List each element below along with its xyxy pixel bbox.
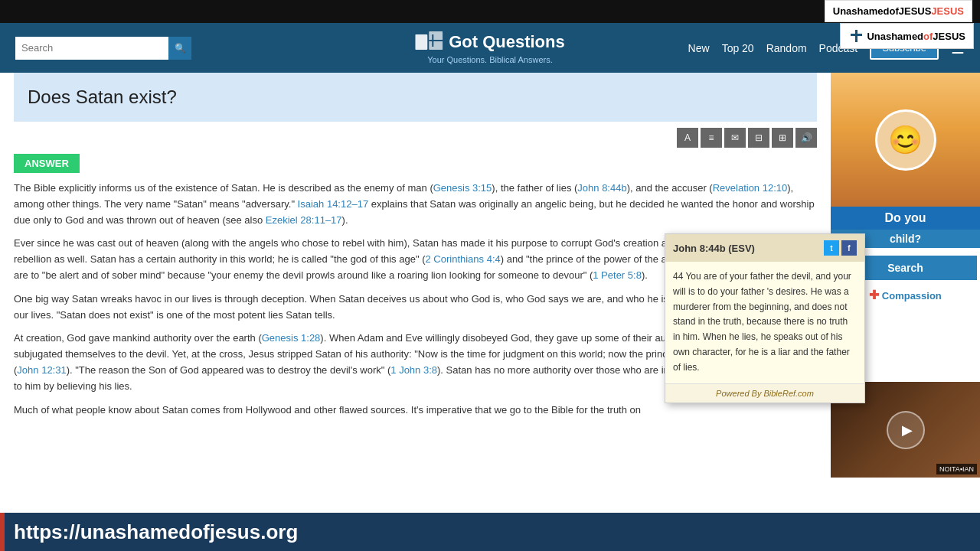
- bible-verse-popup: John 8:44b (ESV) t f 44 You are of your …: [665, 233, 865, 403]
- link-ezekiel2811[interactable]: Ezekiel 28:11–17: [266, 214, 342, 226]
- do-you-label: Do you: [884, 211, 926, 224]
- child-label: child?: [890, 233, 921, 245]
- popup-facebook-button[interactable]: f: [841, 240, 857, 256]
- toolbar-print-btn[interactable]: ⊟: [748, 128, 769, 148]
- logo-icon: [415, 31, 443, 53]
- video-play-button[interactable]: ▶: [887, 411, 925, 449]
- toolbar-grid-btn[interactable]: ⊞: [772, 128, 793, 148]
- toolbar-list-btn[interactable]: ≡: [701, 128, 722, 148]
- link-2cor44[interactable]: 2 Corinthians 4:4: [425, 253, 500, 265]
- svg-rect-0: [415, 34, 427, 50]
- toolbar: A ≡ ✉ ⊟ ⊞ 🔊: [14, 128, 817, 148]
- paragraph-5: Much of what people know about Satan com…: [14, 403, 817, 419]
- toolbar-audio-btn[interactable]: 🔊: [795, 128, 817, 148]
- popup-footer: Powered By BibleRef.com: [665, 383, 864, 403]
- logo-main-text: Got Questions: [449, 32, 565, 51]
- popup-social-buttons: t f: [824, 240, 857, 256]
- unashamed-cross-icon: [848, 28, 864, 44]
- link-rev1210[interactable]: Revelation 12:10: [713, 182, 788, 194]
- paragraph-1: The Bible explicitly informs us of the e…: [14, 181, 817, 228]
- link-gen128[interactable]: Genesis 1:28: [262, 332, 321, 344]
- unashamed-logo-text: UnashamedofJESUS: [833, 5, 932, 17]
- sidebar-do-you: Do you: [831, 207, 980, 230]
- popup-header: John 8:44b (ESV) t f: [665, 234, 864, 262]
- nav-top20[interactable]: Top 20: [722, 42, 754, 54]
- header: UnashamedofJESUSJESUS 🔍 Got Questions Yo…: [0, 23, 980, 73]
- toolbar-font-btn[interactable]: A: [677, 128, 698, 148]
- search-input[interactable]: [15, 37, 168, 60]
- logo-sub-text: Your Questions. Biblical Answers.: [427, 55, 552, 64]
- search-button[interactable]: 🔍: [168, 37, 191, 60]
- svg-rect-3: [429, 40, 443, 41]
- site-logo: Got Questions Your Questions. Biblical A…: [415, 31, 564, 65]
- toolbar-email-btn[interactable]: ✉: [724, 128, 746, 148]
- search-area: 🔍: [15, 37, 191, 60]
- sidebar-child-image: 😊: [831, 73, 980, 207]
- popup-twitter-button[interactable]: t: [824, 240, 839, 256]
- link-john844b[interactable]: John 8:44b: [577, 182, 626, 194]
- link-genesis315[interactable]: Genesis 3:15: [433, 182, 492, 194]
- bottom-bar: https://unashamedofjesus.org: [0, 513, 980, 551]
- link-1pet58[interactable]: 1 Peter 5:8: [593, 269, 642, 281]
- nav-new[interactable]: New: [688, 42, 710, 54]
- article-title-bar: Does Satan exist?: [14, 73, 817, 122]
- popup-verse-text: 44 You are of your father the devil, and…: [665, 262, 864, 383]
- popup-title: John 8:44b (ESV): [673, 243, 755, 254]
- link-isaiah1412[interactable]: Isaiah 14:12–17: [298, 198, 369, 210]
- video-label: NOITA▪IAN: [936, 464, 977, 474]
- svg-rect-5: [851, 34, 862, 36]
- compassion-text: Compassion: [882, 290, 942, 302]
- link-john1231[interactable]: John 12:31: [17, 364, 66, 376]
- unashamed-text: UnashamedofJESUS: [867, 31, 965, 42]
- answer-badge: ANSWER: [14, 154, 80, 173]
- bottom-url: https://unashamedofjesus.org: [5, 520, 307, 544]
- unashamed-logo: UnashamedofJESUSJESUS: [825, 0, 972, 22]
- article-title: Does Satan exist?: [28, 86, 803, 108]
- nav-random[interactable]: Random: [766, 42, 807, 54]
- unashamed-overlay-logo: UnashamedofJESUS: [840, 23, 974, 49]
- link-1john38[interactable]: 1 John 3:8: [390, 364, 437, 376]
